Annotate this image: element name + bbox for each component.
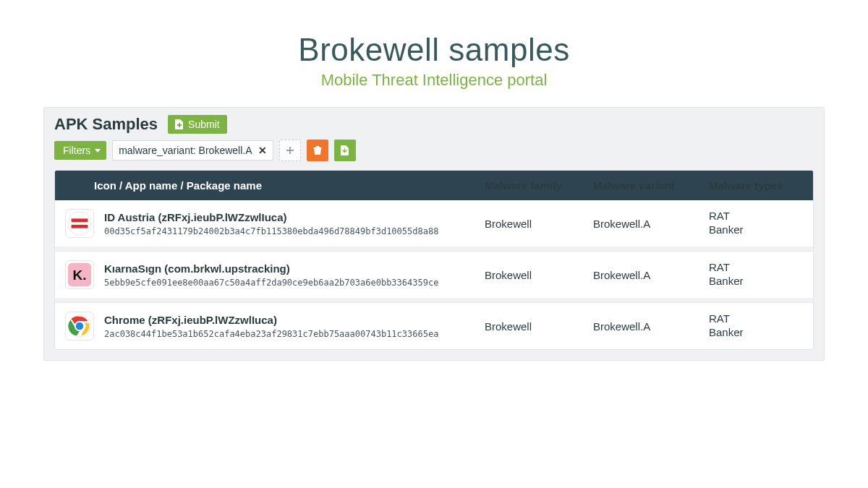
- malware-variant: Brokewell.A: [593, 269, 709, 281]
- filters-label: Filters: [63, 145, 90, 156]
- file-plus-icon: [175, 119, 184, 129]
- apk-samples-panel: APK Samples Submit Filters malware_varia…: [43, 107, 825, 361]
- table-header: Icon / App name / Package name Malware f…: [55, 171, 813, 200]
- svg-rect-2: [72, 225, 88, 228]
- malware-family: Brokewell: [485, 269, 593, 281]
- file-download-icon: [341, 145, 349, 155]
- app-icon: [65, 209, 94, 238]
- chevron-down-icon: [95, 149, 101, 153]
- samples-table: Icon / App name / Package name Malware f…: [54, 170, 814, 350]
- filters-dropdown[interactable]: Filters: [54, 141, 106, 160]
- app-name: Chrome (zRFxj.ieubP.lWZzwlIuca): [104, 314, 438, 326]
- filter-chip-label: malware_variant: Brokewell.A: [119, 145, 252, 156]
- app-name: ID Austria (zRFxj.ieubP.lWZzwlIuca): [104, 211, 438, 223]
- malware-types: RAT Banker: [709, 312, 803, 340]
- submit-label: Submit: [188, 119, 220, 130]
- col-header-app[interactable]: Icon / App name / Package name: [65, 179, 485, 192]
- app-hash: 00d35cf5af2431179b24002b3a4c7fb115380ebd…: [104, 226, 438, 236]
- svg-point-0: [68, 212, 91, 235]
- trash-icon: [312, 145, 323, 155]
- col-header-variant[interactable]: Malware variant: [593, 179, 709, 192]
- malware-types: RAT Banker: [709, 261, 803, 288]
- export-button[interactable]: [334, 140, 356, 161]
- add-filter-button[interactable]: [279, 140, 301, 161]
- app-icon: K.: [65, 260, 94, 289]
- submit-button[interactable]: Submit: [168, 115, 227, 134]
- delete-filter-button[interactable]: [307, 140, 328, 161]
- close-icon[interactable]: ✕: [258, 145, 267, 156]
- filter-chip[interactable]: malware_variant: Brokewell.A ✕: [112, 140, 273, 160]
- svg-rect-1: [72, 218, 88, 222]
- app-icon: [65, 312, 94, 341]
- page-subtitle: Mobile Threat Intelligence portal: [0, 71, 868, 90]
- plus-icon: [286, 146, 294, 155]
- table-row[interactable]: ID Austria (zRFxj.ieubP.lWZzwlIuca)00d35…: [55, 200, 813, 247]
- malware-variant: Brokewell.A: [593, 320, 709, 333]
- app-name: KıarnaSıgn (com.brkwl.upstracking): [104, 262, 438, 275]
- app-hash: 5ebb9e5cfe091ee8e00aa67c50a4aff2da90ce9e…: [104, 278, 438, 288]
- malware-types: RAT Banker: [709, 210, 803, 237]
- col-header-family[interactable]: Malware family: [485, 179, 593, 192]
- malware-family: Brokewell: [485, 218, 593, 230]
- table-row[interactable]: K.KıarnaSıgn (com.brkwl.upstracking)5ebb…: [55, 251, 813, 298]
- table-row[interactable]: Chrome (zRFxj.ieubP.lWZzwlIuca)2ac038c44…: [55, 302, 813, 349]
- app-hash: 2ac038c44f1be53a1b652cafa4eba23af29831c7…: [104, 329, 438, 339]
- svg-text:K.: K.: [73, 267, 87, 283]
- col-header-types[interactable]: Malware types: [709, 179, 803, 192]
- malware-variant: Brokewell.A: [593, 218, 709, 230]
- panel-heading: APK Samples: [54, 115, 158, 134]
- malware-family: Brokewell: [485, 320, 593, 333]
- page-title: Brokewell samples: [0, 32, 868, 68]
